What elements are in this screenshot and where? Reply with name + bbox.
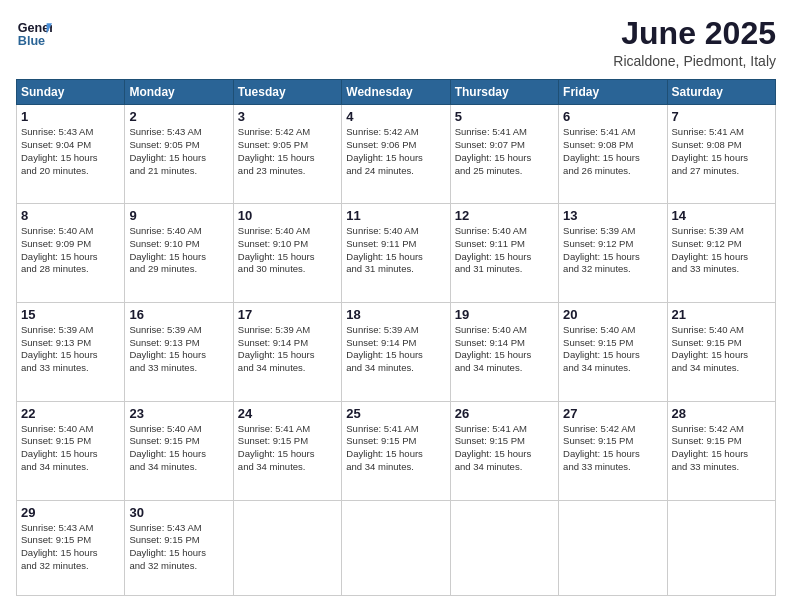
calendar-day-cell: 26Sunrise: 5:41 AMSunset: 9:15 PMDayligh… — [450, 401, 558, 500]
day-info: Sunrise: 5:40 AMSunset: 9:10 PMDaylight:… — [129, 225, 228, 276]
calendar-day-cell: 28Sunrise: 5:42 AMSunset: 9:15 PMDayligh… — [667, 401, 775, 500]
day-number: 8 — [21, 208, 120, 223]
day-info: Sunrise: 5:42 AMSunset: 9:06 PMDaylight:… — [346, 126, 445, 177]
day-number: 30 — [129, 505, 228, 520]
calendar-day-cell: 22Sunrise: 5:40 AMSunset: 9:15 PMDayligh… — [17, 401, 125, 500]
calendar-day-cell — [233, 500, 341, 596]
day-number: 29 — [21, 505, 120, 520]
calendar-week-row: 29Sunrise: 5:43 AMSunset: 9:15 PMDayligh… — [17, 500, 776, 596]
day-info: Sunrise: 5:41 AMSunset: 9:07 PMDaylight:… — [455, 126, 554, 177]
logo-icon: General Blue — [16, 16, 52, 52]
day-info: Sunrise: 5:40 AMSunset: 9:11 PMDaylight:… — [455, 225, 554, 276]
day-info: Sunrise: 5:39 AMSunset: 9:13 PMDaylight:… — [21, 324, 120, 375]
calendar-day-cell: 20Sunrise: 5:40 AMSunset: 9:15 PMDayligh… — [559, 302, 667, 401]
location: Ricaldone, Piedmont, Italy — [613, 53, 776, 69]
day-info: Sunrise: 5:41 AMSunset: 9:15 PMDaylight:… — [455, 423, 554, 474]
day-info: Sunrise: 5:40 AMSunset: 9:15 PMDaylight:… — [563, 324, 662, 375]
day-info: Sunrise: 5:42 AMSunset: 9:15 PMDaylight:… — [672, 423, 771, 474]
day-info: Sunrise: 5:39 AMSunset: 9:14 PMDaylight:… — [238, 324, 337, 375]
day-number: 17 — [238, 307, 337, 322]
calendar-header-cell: Sunday — [17, 80, 125, 105]
calendar-day-cell — [559, 500, 667, 596]
day-info: Sunrise: 5:40 AMSunset: 9:09 PMDaylight:… — [21, 225, 120, 276]
calendar-day-cell: 10Sunrise: 5:40 AMSunset: 9:10 PMDayligh… — [233, 204, 341, 303]
day-number: 1 — [21, 109, 120, 124]
day-info: Sunrise: 5:40 AMSunset: 9:15 PMDaylight:… — [672, 324, 771, 375]
day-number: 25 — [346, 406, 445, 421]
calendar-day-cell: 15Sunrise: 5:39 AMSunset: 9:13 PMDayligh… — [17, 302, 125, 401]
day-number: 16 — [129, 307, 228, 322]
day-number: 27 — [563, 406, 662, 421]
day-number: 4 — [346, 109, 445, 124]
month-title: June 2025 — [613, 16, 776, 51]
calendar-header-cell: Saturday — [667, 80, 775, 105]
calendar-header-cell: Thursday — [450, 80, 558, 105]
calendar-day-cell: 7Sunrise: 5:41 AMSunset: 9:08 PMDaylight… — [667, 105, 775, 204]
day-number: 18 — [346, 307, 445, 322]
day-number: 7 — [672, 109, 771, 124]
calendar-day-cell: 21Sunrise: 5:40 AMSunset: 9:15 PMDayligh… — [667, 302, 775, 401]
day-info: Sunrise: 5:41 AMSunset: 9:15 PMDaylight:… — [238, 423, 337, 474]
day-info: Sunrise: 5:39 AMSunset: 9:13 PMDaylight:… — [129, 324, 228, 375]
calendar-header-cell: Tuesday — [233, 80, 341, 105]
day-info: Sunrise: 5:43 AMSunset: 9:15 PMDaylight:… — [129, 522, 228, 573]
calendar-day-cell: 8Sunrise: 5:40 AMSunset: 9:09 PMDaylight… — [17, 204, 125, 303]
calendar-day-cell: 25Sunrise: 5:41 AMSunset: 9:15 PMDayligh… — [342, 401, 450, 500]
calendar-header-cell: Wednesday — [342, 80, 450, 105]
calendar-day-cell: 5Sunrise: 5:41 AMSunset: 9:07 PMDaylight… — [450, 105, 558, 204]
calendar-day-cell: 2Sunrise: 5:43 AMSunset: 9:05 PMDaylight… — [125, 105, 233, 204]
day-number: 23 — [129, 406, 228, 421]
day-number: 10 — [238, 208, 337, 223]
day-info: Sunrise: 5:43 AMSunset: 9:04 PMDaylight:… — [21, 126, 120, 177]
calendar-body: 1Sunrise: 5:43 AMSunset: 9:04 PMDaylight… — [17, 105, 776, 596]
day-number: 21 — [672, 307, 771, 322]
day-number: 15 — [21, 307, 120, 322]
day-info: Sunrise: 5:42 AMSunset: 9:15 PMDaylight:… — [563, 423, 662, 474]
day-number: 14 — [672, 208, 771, 223]
calendar-day-cell: 13Sunrise: 5:39 AMSunset: 9:12 PMDayligh… — [559, 204, 667, 303]
calendar-week-row: 1Sunrise: 5:43 AMSunset: 9:04 PMDaylight… — [17, 105, 776, 204]
calendar-day-cell: 30Sunrise: 5:43 AMSunset: 9:15 PMDayligh… — [125, 500, 233, 596]
calendar-day-cell: 19Sunrise: 5:40 AMSunset: 9:14 PMDayligh… — [450, 302, 558, 401]
calendar-header-cell: Friday — [559, 80, 667, 105]
calendar-header-cell: Monday — [125, 80, 233, 105]
day-number: 22 — [21, 406, 120, 421]
calendar-day-cell: 27Sunrise: 5:42 AMSunset: 9:15 PMDayligh… — [559, 401, 667, 500]
day-number: 19 — [455, 307, 554, 322]
calendar-day-cell: 6Sunrise: 5:41 AMSunset: 9:08 PMDaylight… — [559, 105, 667, 204]
day-number: 12 — [455, 208, 554, 223]
day-number: 3 — [238, 109, 337, 124]
calendar-day-cell: 9Sunrise: 5:40 AMSunset: 9:10 PMDaylight… — [125, 204, 233, 303]
day-number: 28 — [672, 406, 771, 421]
day-info: Sunrise: 5:43 AMSunset: 9:15 PMDaylight:… — [21, 522, 120, 573]
calendar-day-cell: 4Sunrise: 5:42 AMSunset: 9:06 PMDaylight… — [342, 105, 450, 204]
calendar-day-cell: 3Sunrise: 5:42 AMSunset: 9:05 PMDaylight… — [233, 105, 341, 204]
calendar-day-cell: 23Sunrise: 5:40 AMSunset: 9:15 PMDayligh… — [125, 401, 233, 500]
day-number: 20 — [563, 307, 662, 322]
calendar-day-cell: 18Sunrise: 5:39 AMSunset: 9:14 PMDayligh… — [342, 302, 450, 401]
day-number: 6 — [563, 109, 662, 124]
day-info: Sunrise: 5:41 AMSunset: 9:08 PMDaylight:… — [672, 126, 771, 177]
calendar-day-cell: 17Sunrise: 5:39 AMSunset: 9:14 PMDayligh… — [233, 302, 341, 401]
header: General Blue June 2025 Ricaldone, Piedmo… — [16, 16, 776, 69]
calendar-day-cell: 16Sunrise: 5:39 AMSunset: 9:13 PMDayligh… — [125, 302, 233, 401]
day-number: 9 — [129, 208, 228, 223]
calendar-day-cell: 14Sunrise: 5:39 AMSunset: 9:12 PMDayligh… — [667, 204, 775, 303]
day-number: 5 — [455, 109, 554, 124]
day-info: Sunrise: 5:42 AMSunset: 9:05 PMDaylight:… — [238, 126, 337, 177]
day-info: Sunrise: 5:40 AMSunset: 9:15 PMDaylight:… — [129, 423, 228, 474]
calendar-day-cell: 11Sunrise: 5:40 AMSunset: 9:11 PMDayligh… — [342, 204, 450, 303]
day-info: Sunrise: 5:43 AMSunset: 9:05 PMDaylight:… — [129, 126, 228, 177]
day-number: 13 — [563, 208, 662, 223]
calendar-day-cell — [450, 500, 558, 596]
title-block: June 2025 Ricaldone, Piedmont, Italy — [613, 16, 776, 69]
day-info: Sunrise: 5:39 AMSunset: 9:12 PMDaylight:… — [563, 225, 662, 276]
day-number: 11 — [346, 208, 445, 223]
calendar-week-row: 15Sunrise: 5:39 AMSunset: 9:13 PMDayligh… — [17, 302, 776, 401]
calendar-day-cell: 24Sunrise: 5:41 AMSunset: 9:15 PMDayligh… — [233, 401, 341, 500]
day-number: 24 — [238, 406, 337, 421]
day-info: Sunrise: 5:41 AMSunset: 9:08 PMDaylight:… — [563, 126, 662, 177]
day-number: 26 — [455, 406, 554, 421]
day-info: Sunrise: 5:40 AMSunset: 9:15 PMDaylight:… — [21, 423, 120, 474]
calendar-day-cell: 12Sunrise: 5:40 AMSunset: 9:11 PMDayligh… — [450, 204, 558, 303]
